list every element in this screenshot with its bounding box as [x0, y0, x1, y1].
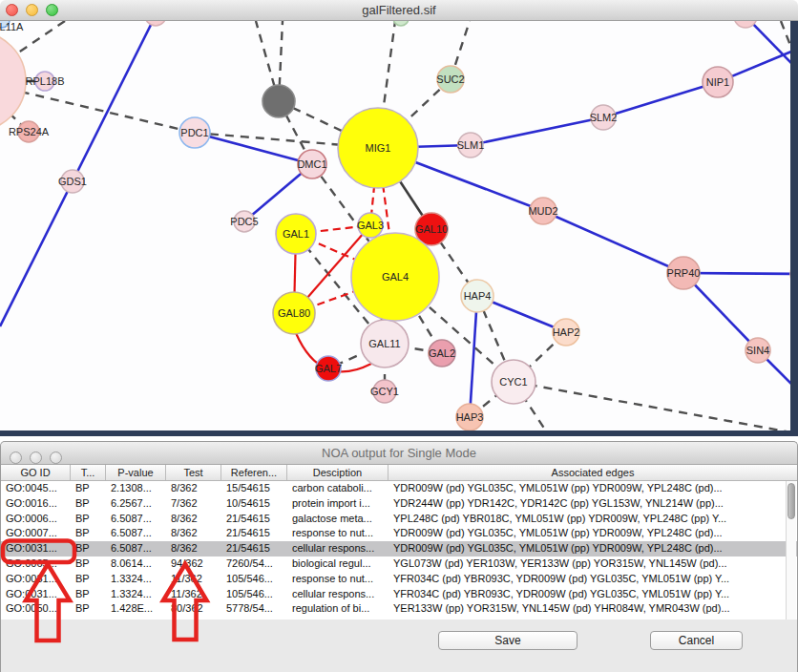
table-cell: 8/362 — [166, 512, 221, 527]
table-cell: 2.1308... — [106, 481, 166, 496]
node-label-prp40: PRP40 — [667, 267, 701, 279]
table-cell: response to nut... — [287, 526, 388, 541]
table-cell: BP — [71, 541, 106, 556]
column-header-3[interactable]: Test — [166, 465, 221, 480]
table-cell: 8/362 — [166, 541, 221, 556]
table-cell: GO:0050... — [1, 601, 71, 617]
window-edge-bottom — [0, 430, 798, 436]
table-cell: 8.0614... — [106, 556, 166, 572]
node-gray[interactable] — [262, 85, 295, 117]
node-label-pdc1: PDC1 — [180, 127, 208, 138]
table-cell: 7/362 — [166, 496, 221, 512]
table-row-8[interactable]: GO:0050...BP1.428E...80/3625778/54...reg… — [1, 601, 797, 617]
table-cell: cellular respons... — [287, 541, 388, 556]
table-cell: 6.5087... — [106, 512, 166, 527]
table-cell: 6.5087... — [106, 526, 166, 541]
node-label-dmc1: DMC1 — [297, 158, 326, 170]
table-row-1[interactable]: GO:0016...BP6.2567...7/36210/54615protei… — [1, 496, 797, 512]
table-cell: BP — [71, 526, 106, 541]
node-label-slm2: SLM2 — [590, 112, 618, 123]
table-body: GO:0045...BP2.1308...8/36215/54615carbon… — [1, 481, 797, 620]
node-label-gal4: GAL4 — [382, 271, 409, 283]
column-header-6[interactable]: Associated edges — [388, 465, 797, 480]
table-cell: regulation of bi... — [287, 601, 388, 617]
node-label-gal7: GAL7 — [315, 363, 342, 374]
table-cell: 1.3324... — [106, 587, 166, 602]
graph-window-titlebar[interactable]: galFiltered.sif — [0, 0, 798, 21]
table-row-2[interactable]: GO:0006...BP6.5087...8/36221/54615galact… — [1, 512, 797, 527]
network-canvas[interactable]: L11ARPL18BRPS24AGDS1PDC1DMC1MIG1SUC2SLM1… — [0, 21, 791, 430]
table-cell: biological regul... — [287, 556, 388, 572]
node-cut3[interactable] — [734, 21, 757, 28]
column-header-5[interactable]: Desciption — [287, 465, 388, 480]
table-cell: YDR009W (pd) YGL035C, YML051W (pp) YDR00… — [388, 541, 797, 556]
table-cell: BP — [71, 496, 106, 512]
table-cell: 1.428E... — [106, 601, 166, 617]
cancel-button[interactable]: Cancel — [650, 631, 743, 650]
table-cell: 21/54615 — [221, 512, 287, 527]
table-cell: response to nut... — [287, 572, 388, 587]
table-cell: 5778/54... — [221, 601, 287, 617]
table-cell: YER133W (pp) YOR315W, YNL145W (pd) YHR08… — [388, 601, 797, 617]
table-cell: 10/54615 — [221, 496, 287, 512]
table-cell: GO:0031... — [1, 541, 71, 556]
column-header-4[interactable]: Referen... — [221, 465, 287, 480]
noa-window-titlebar[interactable]: NOA output for Single Mode — [1, 442, 797, 465]
edge-pp — [0, 181, 73, 326]
table-row-5[interactable]: GO:0065...BP8.0614...94/3627260/54...bio… — [1, 556, 797, 572]
node-label-hap2: HAP2 — [553, 326, 580, 338]
node-label-gcy1: GCY1 — [370, 386, 399, 397]
table-cell: BP — [71, 481, 106, 496]
table-cell: carbon cataboli... — [287, 481, 388, 496]
node-label-rpl18b: RPL18B — [26, 75, 65, 87]
table-cell: 6.2567... — [106, 496, 166, 512]
table-cell: 6.5087... — [106, 541, 166, 556]
table-cell: 11/362 — [166, 587, 221, 602]
node-label-mig1: MIG1 — [366, 142, 391, 154]
table-row-7[interactable]: GO:0031...BP1.3324...11/362105/546...cel… — [1, 587, 797, 602]
node-cut1[interactable] — [145, 21, 166, 26]
table-cell: YPL248C (pd) YBR018C, YML051W (pp) YDR00… — [388, 512, 797, 527]
scrollbar-thumb[interactable] — [788, 483, 795, 519]
node-label-rps24a: RPS24A — [9, 126, 50, 137]
table-cell: 8/362 — [166, 481, 221, 496]
table-cell: YFR034C (pd) YBR093C, YDR009W (pd) YGL03… — [388, 587, 797, 602]
table-row-6[interactable]: GO:0031...BP1.3324...11/362105/546...res… — [1, 572, 797, 587]
node-label-gal10: GAL10 — [415, 223, 448, 235]
table-cell: GO:0045... — [1, 481, 71, 496]
table-header: GO IDT...P-valueTestReferen...Desciption… — [1, 465, 797, 481]
table-cell: GO:0065... — [1, 556, 71, 572]
table-cell: BP — [71, 572, 106, 587]
table-cell: 8/362 — [166, 526, 221, 541]
node-label-gal1: GAL1 — [283, 228, 309, 240]
column-header-2[interactable]: P-value — [106, 465, 166, 480]
table-cell: YFR034C (pd) YBR093C, YDR009W (pd) YGL03… — [388, 572, 797, 587]
table-row-3[interactable]: GO:0007...BP6.5087...8/36221/54615respon… — [1, 526, 797, 541]
node-label-suc2: SUC2 — [436, 74, 464, 85]
table-cell: GO:0031... — [1, 587, 71, 602]
save-button[interactable]: Save — [438, 631, 578, 650]
table-cell: 21/54615 — [221, 541, 287, 556]
table-cell: BP — [71, 512, 106, 527]
column-header-0[interactable]: GO ID — [1, 465, 71, 480]
window-edge-right — [790, 21, 798, 436]
node-label-mud2: MUD2 — [528, 205, 557, 217]
node-label-sin4: SIN4 — [746, 345, 769, 356]
table-cell: cellular respons... — [287, 587, 388, 602]
table-cell: 105/546... — [221, 587, 287, 602]
edge-pp — [543, 211, 683, 273]
table-cell: 94/362 — [166, 556, 221, 572]
network-svg[interactable]: L11ARPL18BRPS24AGDS1PDC1DMC1MIG1SUC2SLM1… — [0, 21, 791, 430]
table-cell: 11/362 — [166, 572, 221, 587]
table-cell: YGL073W (pd) YER103W, YER133W (pp) YOR31… — [388, 556, 797, 572]
table-row-0[interactable]: GO:0045...BP2.1308...8/36215/54615carbon… — [1, 481, 797, 496]
table-cell: GO:0006... — [1, 512, 71, 527]
node-label-frag: L11A — [0, 21, 24, 32]
table-row-4[interactable]: GO:0031...BP6.5087...8/36221/54615cellul… — [1, 541, 797, 556]
edge-pp — [603, 82, 718, 117]
table-cell: BP — [71, 556, 106, 572]
scrollbar[interactable] — [786, 481, 796, 620]
column-header-1[interactable]: T... — [71, 465, 106, 480]
edge-pp — [73, 21, 156, 181]
node-label-gal2: GAL2 — [429, 347, 455, 359]
